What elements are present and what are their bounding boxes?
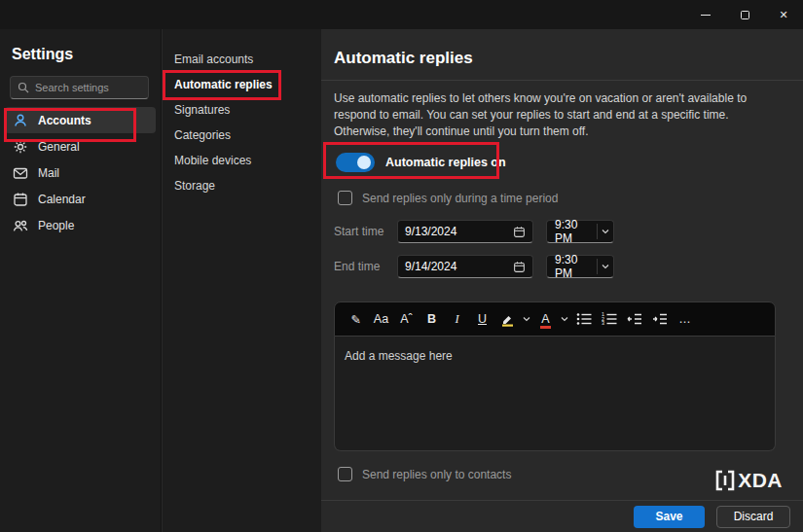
bullet-list-icon[interactable]: [572, 307, 595, 331]
sidebar-nav: Accounts General Mail Cal: [0, 107, 161, 238]
sidebar-item-people[interactable]: People: [5, 212, 156, 238]
subnav-item-automatic-replies[interactable]: Automatic replies: [163, 72, 321, 97]
end-time-label: End time: [334, 260, 397, 273]
sidebar-item-label: General: [38, 140, 80, 154]
search-box[interactable]: [10, 76, 149, 99]
people-icon: [13, 218, 28, 233]
subnav-item-mobile-devices[interactable]: Mobile devices: [163, 148, 321, 173]
bold-icon[interactable]: B: [420, 307, 443, 331]
start-date-value: 9/13/2024: [405, 225, 456, 238]
maximize-button[interactable]: [725, 0, 764, 29]
search-icon: [18, 82, 29, 93]
start-time-row: Start time 9/13/2024 9:30 PM: [334, 220, 614, 243]
toggle-label: Automatic replies on: [385, 156, 506, 169]
gear-icon: [13, 139, 28, 155]
text-highlight-icon[interactable]: [496, 307, 519, 331]
close-button[interactable]: ✕: [764, 0, 803, 29]
time-period-checkbox-row: Send replies only during a time period: [338, 191, 558, 205]
chevron-down-icon[interactable]: [598, 229, 613, 234]
reply-message-editor: ✎ Aa Aˆ B I U A: [334, 301, 776, 451]
sidebar-item-accounts[interactable]: Accounts: [5, 107, 156, 133]
time-period-checkbox[interactable]: [338, 191, 352, 205]
maximize-icon: [741, 11, 749, 19]
sidebar-item-label: Calendar: [38, 193, 86, 206]
automatic-replies-toggle-row: Automatic replies on: [336, 150, 506, 175]
italic-icon[interactable]: I: [446, 307, 468, 331]
toggle-knob: [357, 156, 371, 169]
sidebar-item-general[interactable]: General: [5, 133, 156, 160]
page-title: Settings: [12, 46, 161, 63]
description-text: Use automatic replies to let others know…: [334, 90, 780, 140]
xda-logo-icon: [715, 469, 735, 492]
sidebar-item-calendar[interactable]: Calendar: [5, 186, 156, 212]
end-time-field[interactable]: 9:30 PM: [546, 255, 614, 278]
sidebar-item-mail[interactable]: Mail: [5, 160, 156, 186]
automatic-replies-panel: Automatic replies Use automatic replies …: [321, 29, 803, 532]
xda-watermark: XDA: [715, 469, 783, 492]
header-divider: [321, 80, 803, 81]
underline-icon[interactable]: U: [471, 307, 493, 331]
decrease-indent-icon[interactable]: [623, 307, 645, 331]
close-icon: ✕: [779, 9, 787, 21]
start-time-field[interactable]: 9:30 PM: [546, 220, 614, 243]
more-options-icon[interactable]: …: [674, 307, 696, 331]
panel-title: Automatic replies: [334, 49, 473, 68]
sidebar-item-label: Accounts: [38, 114, 91, 127]
contacts-only-checkbox[interactable]: [338, 467, 352, 481]
subnav-item-categories[interactable]: Categories: [163, 123, 321, 148]
panel-footer: Save Discard: [321, 500, 803, 532]
mail-icon: [13, 165, 28, 181]
end-time-value: 9:30 PM: [555, 253, 597, 280]
increase-indent-icon[interactable]: [648, 307, 671, 331]
person-icon: [13, 113, 28, 128]
automatic-replies-toggle[interactable]: [336, 153, 375, 172]
calendar-icon: [13, 192, 28, 207]
subnav-item-email-accounts[interactable]: Email accounts: [163, 47, 321, 72]
chevron-down-icon[interactable]: [522, 316, 531, 322]
svg-text:3: 3: [602, 320, 604, 326]
font-color-icon[interactable]: A: [534, 307, 557, 331]
format-painter-icon[interactable]: ✎: [345, 307, 367, 331]
contacts-checkbox-label: Send replies only to contacts: [362, 468, 511, 481]
title-bar: ✕: [0, 0, 803, 29]
end-date-value: 9/14/2024: [405, 260, 456, 273]
discard-button[interactable]: Discard: [716, 506, 790, 528]
start-time-label: Start time: [334, 225, 397, 238]
contacts-checkbox-row: Send replies only to contacts: [338, 467, 511, 481]
accounts-subnav: Email accounts Automatic replies Signatu…: [163, 29, 321, 532]
xda-logo-text: XDA: [738, 469, 783, 492]
time-period-checkbox-label: Send replies only during a time period: [362, 192, 558, 205]
start-date-field[interactable]: 9/13/2024: [397, 220, 533, 243]
subnav-item-signatures[interactable]: Signatures: [163, 97, 321, 123]
end-time-row: End time 9/14/2024 9:30 PM: [334, 255, 614, 278]
formatting-toolbar: ✎ Aa Aˆ B I U A: [334, 301, 776, 337]
font-size-icon[interactable]: Aˆ: [395, 307, 418, 331]
end-date-field[interactable]: 9/14/2024: [397, 255, 533, 278]
window-controls: ✕: [686, 0, 803, 29]
font-icon[interactable]: Aa: [370, 307, 392, 331]
chevron-down-icon[interactable]: [598, 264, 613, 269]
settings-sidebar: Settings Accounts General: [0, 29, 162, 532]
minimize-icon: [701, 15, 711, 16]
subnav-item-storage[interactable]: Storage: [163, 173, 321, 198]
start-time-value: 9:30 PM: [555, 218, 597, 245]
chevron-down-icon[interactable]: [560, 316, 569, 322]
message-placeholder: Add a message here: [345, 349, 453, 363]
save-button[interactable]: Save: [634, 506, 705, 528]
sidebar-item-label: Mail: [38, 166, 59, 180]
numbered-list-icon[interactable]: 1 2 3: [598, 307, 620, 331]
sidebar-item-label: People: [38, 219, 74, 232]
minimize-button[interactable]: [686, 0, 725, 29]
settings-window: ✕ Settings Accounts: [0, 0, 803, 532]
search-input[interactable]: [35, 82, 141, 93]
calendar-icon: [513, 226, 526, 238]
message-text-area[interactable]: Add a message here: [334, 337, 776, 451]
calendar-icon: [513, 261, 526, 273]
